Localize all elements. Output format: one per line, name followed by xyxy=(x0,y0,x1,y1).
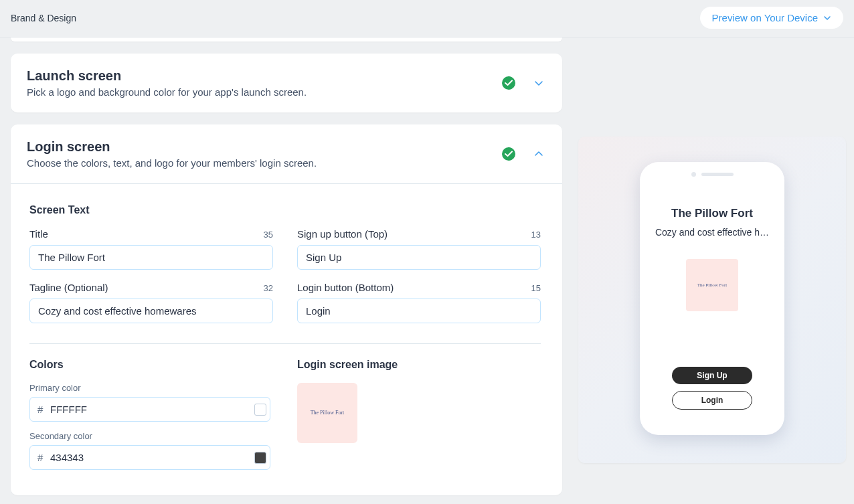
chevron-down-icon xyxy=(534,78,543,88)
tagline-counter: 32 xyxy=(264,283,273,293)
title-field: Title 35 xyxy=(29,228,273,270)
phone-signup-button: Sign Up xyxy=(672,367,752,384)
camera-icon xyxy=(691,172,696,177)
image-column: Login screen image The Pillow Fort xyxy=(297,359,541,479)
login-btn-label-row: Login button (Bottom) 15 xyxy=(297,282,541,293)
launch-card-title: Launch screen xyxy=(27,68,502,84)
primary-color-input[interactable] xyxy=(29,397,270,422)
login-card-subtitle: Choose the colors, text, and logo for yo… xyxy=(27,157,502,169)
login-header-actions xyxy=(502,147,546,161)
phone-logo: The Pillow Fort xyxy=(686,259,738,311)
hash-icon: # xyxy=(37,404,43,415)
secondary-color-swatch[interactable] xyxy=(254,452,266,464)
chevron-up-icon xyxy=(534,149,543,159)
phone-buttons: Sign Up Login xyxy=(672,367,752,410)
preview-panel: The Pillow Fort Cozy and cost effective … xyxy=(578,37,846,504)
screen-text-grid: Title 35 Sign up button (Top) 13 xyxy=(29,228,541,323)
launch-card-subtitle: Pick a logo and background color for you… xyxy=(27,86,502,98)
login-card-header[interactable]: Login screen Choose the colors, text, an… xyxy=(11,124,562,183)
main-content: Launch screen Pick a logo and background… xyxy=(0,37,854,504)
launch-screen-card: Launch screen Pick a logo and background… xyxy=(11,54,562,112)
screen-text-heading: Screen Text xyxy=(29,204,541,216)
hash-icon: # xyxy=(37,452,43,463)
phone-tagline: Cozy and cost effective h… xyxy=(655,227,769,238)
check-circle-icon xyxy=(502,147,515,161)
preview-device-button[interactable]: Preview on Your Device xyxy=(700,7,843,29)
launch-header-actions xyxy=(502,76,546,90)
colors-column: Colors Primary color # Secondary color # xyxy=(29,359,273,479)
tagline-label-row: Tagline (Optional) 32 xyxy=(29,282,273,293)
phone-notch xyxy=(640,162,784,183)
tagline-field: Tagline (Optional) 32 xyxy=(29,282,273,323)
collapsed-card-stub xyxy=(11,37,562,41)
launch-header-text: Launch screen Pick a logo and background… xyxy=(27,68,502,98)
speaker-icon xyxy=(701,173,734,176)
section-divider xyxy=(29,343,541,344)
settings-panel: Launch screen Pick a logo and background… xyxy=(11,37,562,504)
login-screen-card: Login screen Choose the colors, text, an… xyxy=(11,124,562,495)
title-label: Title xyxy=(29,228,48,240)
expand-launch-button[interactable] xyxy=(531,76,546,90)
phone-mockup: The Pillow Fort Cozy and cost effective … xyxy=(640,162,784,435)
login-btn-counter: 15 xyxy=(531,283,541,293)
tagline-label: Tagline (Optional) xyxy=(29,282,108,293)
tagline-input[interactable] xyxy=(29,299,273,323)
secondary-color-label: Secondary color xyxy=(29,431,273,441)
image-heading: Login screen image xyxy=(297,359,541,371)
login-card-body: Screen Text Title 35 Sign up butt xyxy=(11,183,562,495)
title-input[interactable] xyxy=(29,245,273,270)
preview-device-label: Preview on Your Device xyxy=(712,12,818,23)
primary-color-label: Primary color xyxy=(29,383,273,393)
signup-counter: 13 xyxy=(531,230,541,240)
page-header: Brand & Design Preview on Your Device xyxy=(0,0,854,37)
login-image-thumbnail[interactable]: The Pillow Fort xyxy=(297,383,357,443)
secondary-color-input[interactable] xyxy=(29,445,270,470)
phone-title: The Pillow Fort xyxy=(671,207,753,220)
primary-color-wrapper: # xyxy=(29,397,273,422)
login-btn-label: Login button (Bottom) xyxy=(297,282,394,293)
signup-input[interactable] xyxy=(297,245,541,270)
phone-logo-text: The Pillow Fort xyxy=(697,282,727,288)
check-circle-icon xyxy=(502,76,515,90)
signup-label-row: Sign up button (Top) 13 xyxy=(297,228,541,240)
launch-card-header[interactable]: Launch screen Pick a logo and background… xyxy=(11,54,562,112)
collapse-login-button[interactable] xyxy=(531,147,546,161)
login-card-title: Login screen xyxy=(27,139,502,155)
primary-color-swatch[interactable] xyxy=(254,404,266,416)
login-header-text: Login screen Choose the colors, text, an… xyxy=(27,139,502,169)
logo-preview-text: The Pillow Fort xyxy=(311,410,345,416)
bottom-grid: Colors Primary color # Secondary color # xyxy=(29,359,541,479)
phone-screen-content: The Pillow Fort Cozy and cost effective … xyxy=(640,183,784,430)
signup-label: Sign up button (Top) xyxy=(297,228,388,240)
signup-field: Sign up button (Top) 13 xyxy=(297,228,541,270)
login-btn-input[interactable] xyxy=(297,299,541,323)
title-counter: 35 xyxy=(264,230,273,240)
colors-heading: Colors xyxy=(29,359,273,371)
page-title: Brand & Design xyxy=(11,13,76,23)
preview-background: The Pillow Fort Cozy and cost effective … xyxy=(578,137,846,463)
login-btn-field: Login button (Bottom) 15 xyxy=(297,282,541,323)
chevron-down-icon xyxy=(823,14,831,22)
title-label-row: Title 35 xyxy=(29,228,273,240)
phone-login-button: Login xyxy=(672,391,752,410)
secondary-color-wrapper: # xyxy=(29,445,273,470)
